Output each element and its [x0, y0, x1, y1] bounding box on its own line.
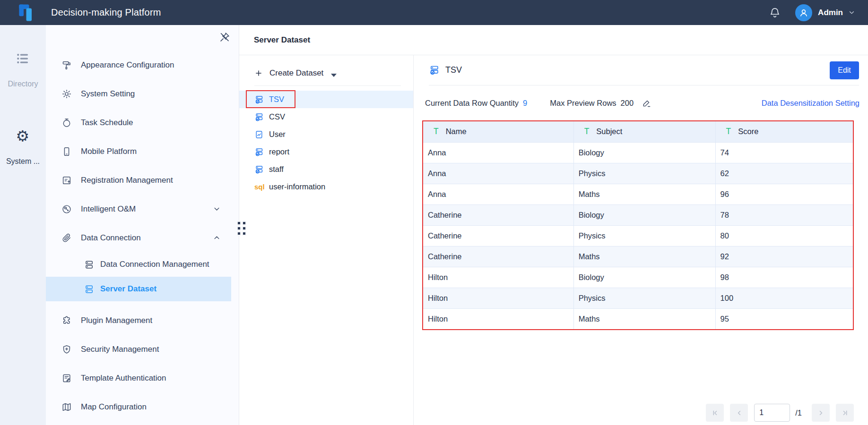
table-cell: 92 [715, 246, 853, 267]
sidebar-item-data-connection[interactable]: Data Connection [46, 223, 239, 252]
table-row[interactable]: CatherinePhysics80 [423, 225, 853, 246]
content-area: Server Dataset Create Dataset TSV [239, 25, 868, 425]
table-row[interactable]: AnnaPhysics62 [423, 163, 853, 184]
edit-button[interactable]: Edit [830, 61, 859, 79]
mobile-icon [61, 146, 72, 157]
column-header-score[interactable]: T Score [715, 121, 853, 142]
dataset-item-user[interactable]: User [239, 126, 413, 143]
wrench-circle-icon [61, 204, 72, 214]
dataset-meta-row: Current Data Row Quantity 9 Max Preview … [414, 85, 868, 120]
sidebar-item-label: Plugin Management [81, 316, 152, 325]
table-cell: Physics [573, 225, 715, 246]
last-page-button[interactable] [836, 404, 854, 422]
gear-icon: ⚙ [16, 129, 30, 143]
sidebar-item-task-schedule[interactable]: Task Schedule [46, 108, 239, 137]
table-cell: 96 [715, 184, 853, 204]
table-cell: 80 [715, 225, 853, 246]
table-cell: Maths [573, 246, 715, 267]
dataset-list-panel: Create Dataset TSV CSV User [239, 55, 414, 425]
pencil-icon[interactable] [642, 98, 651, 108]
table-cell: 78 [715, 204, 853, 225]
text-type-icon: T [584, 127, 590, 136]
table-row[interactable]: HiltonMaths95 [423, 308, 853, 329]
table-cell: Anna [423, 142, 573, 163]
sidebar-item-map-configuration[interactable]: Map Configuration [46, 392, 239, 421]
avatar[interactable] [795, 4, 812, 21]
sidebar-item-intelligent-om[interactable]: Intelligent O&M [46, 195, 239, 223]
notification-bell-icon[interactable] [769, 7, 781, 19]
dataset-db-icon [429, 65, 440, 76]
user-name[interactable]: Admin [818, 8, 843, 17]
pin-off-icon[interactable] [218, 31, 231, 43]
user-menu-chevron-down-icon[interactable] [848, 8, 856, 17]
sidebar-item-mobile-platform[interactable]: Mobile Platform [46, 137, 239, 166]
table-row[interactable]: CatherineMaths92 [423, 246, 853, 267]
sidebar-item-label: Map Configuration [81, 402, 147, 412]
next-page-button[interactable] [812, 404, 830, 422]
plus-icon [254, 69, 263, 77]
map-icon [61, 402, 72, 412]
caret-down-icon[interactable] [331, 74, 337, 77]
table-row[interactable]: CatherineBiology78 [423, 204, 853, 225]
page-title: Server Dataset [254, 35, 310, 45]
sidebar-item-data-connection-management[interactable]: Data Connection Management [46, 252, 239, 277]
app-header: Decision-making Platform Admin [0, 0, 868, 25]
page-number-input[interactable] [754, 404, 790, 422]
sidebar-item-label: Appearance Configuration [81, 60, 174, 70]
sidebar-item-label: Data Connection [81, 233, 141, 243]
sidebar-item-label: Template Authentication [81, 374, 166, 383]
first-page-button[interactable] [706, 404, 724, 422]
shield-plus-icon [61, 344, 72, 355]
dataset-db-icon [254, 112, 264, 122]
detail-header: TSV Edit [429, 55, 859, 85]
registration-icon [61, 175, 72, 186]
dataset-item-staff[interactable]: staff [239, 161, 413, 178]
sidebar-item-plugin-management[interactable]: Plugin Management [46, 306, 239, 335]
chevron-down-icon [212, 204, 221, 213]
sidebar-item-label: Mobile Platform [81, 147, 137, 156]
sidebar-item-template-authentication[interactable]: Template Authentication [46, 364, 239, 392]
panel-resize-handle[interactable] [238, 222, 245, 235]
sidebar-item-system-setting[interactable]: System Setting [46, 79, 239, 108]
dataset-title: TSV [445, 65, 462, 75]
dataset-label: User [269, 130, 286, 139]
settings-sidebar: Appearance Configuration System Setting … [46, 25, 239, 425]
table-row[interactable]: HiltonPhysics100 [423, 288, 853, 308]
column-header-subject[interactable]: T Subject [573, 121, 715, 142]
sidebar-item-appearance-configuration[interactable]: Appearance Configuration [46, 51, 239, 79]
sidebar-item-server-dataset[interactable]: Server Dataset [46, 277, 231, 301]
preview-table-annotation-frame: T Name T Subject [422, 120, 854, 330]
table-cell: Hilton [423, 308, 573, 329]
column-header-name[interactable]: T Name [423, 121, 573, 142]
table-cell: Maths [573, 308, 715, 329]
dataset-db-icon [254, 95, 264, 104]
dataset-label: report [269, 147, 289, 156]
content-body: Create Dataset TSV CSV User [239, 55, 868, 425]
table-cell: Maths [573, 184, 715, 204]
text-type-icon: T [434, 127, 439, 136]
table-cell: Hilton [423, 288, 573, 308]
table-cell: Catherine [423, 225, 573, 246]
table-cell: 98 [715, 267, 853, 288]
template-pen-icon [61, 373, 72, 383]
data-desensitization-link[interactable]: Data Desensitization Setting [762, 99, 859, 108]
dataset-item-tsv[interactable]: TSV [239, 91, 413, 108]
dataset-item-user-information[interactable]: sql user-information [239, 178, 413, 196]
table-row[interactable]: AnnaBiology74 [423, 142, 853, 163]
table-cell: Biology [573, 142, 715, 163]
rail-item-system[interactable]: ⚙ System ... [6, 129, 40, 166]
sidebar-item-registration-management[interactable]: Registration Management [46, 166, 239, 195]
table-row[interactable]: AnnaMaths96 [423, 184, 853, 204]
create-dataset-button[interactable]: Create Dataset [239, 64, 413, 83]
chart-file-icon [254, 130, 264, 139]
dataset-item-report[interactable]: report [239, 143, 413, 161]
prev-page-button[interactable] [730, 404, 748, 422]
max-preview-value: 200 [621, 99, 634, 108]
sidebar-item-security-management[interactable]: Security Management [46, 335, 239, 364]
table-cell: Biology [573, 267, 715, 288]
rail-item-directory[interactable]: Directory [8, 51, 38, 88]
table-row[interactable]: HiltonBiology98 [423, 267, 853, 288]
dataset-item-csv[interactable]: CSV [239, 108, 413, 126]
main-shell: Directory ⚙ System ... Appearance Config… [0, 25, 868, 425]
sql-icon: sql [254, 183, 267, 191]
